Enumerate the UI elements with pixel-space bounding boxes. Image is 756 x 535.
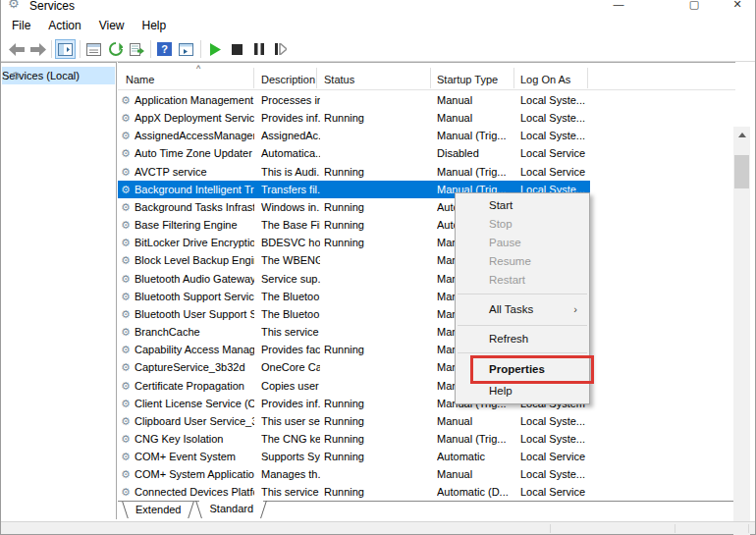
back-icon[interactable] bbox=[6, 39, 27, 59]
service-gear-icon: ⚙ bbox=[121, 198, 131, 216]
column-header-startup-type[interactable]: Startup Type bbox=[437, 74, 498, 85]
pause-service-icon[interactable] bbox=[248, 39, 269, 59]
cell-desc: Transfers fil... bbox=[261, 181, 320, 198]
table-row[interactable]: ⚙AssignedAccessManager Se...AssignedAc..… bbox=[118, 127, 735, 144]
cell-logon: Local Service bbox=[520, 144, 590, 162]
service-gear-icon: ⚙ bbox=[121, 91, 131, 109]
scrollbar-thumb[interactable] bbox=[734, 155, 749, 188]
cell-desc: The CNG ke... bbox=[261, 430, 320, 448]
scroll-up-icon[interactable] bbox=[733, 127, 750, 143]
service-gear-icon: ⚙ bbox=[121, 109, 131, 127]
table-row[interactable]: ⚙Block Level Backup Engine ...The WBENG.… bbox=[118, 251, 735, 269]
services-list-panel: ^ Name Description Status Startup Type L… bbox=[118, 62, 735, 519]
cell-name: Block Level Backup Engine ... bbox=[135, 251, 254, 269]
restart-service-icon[interactable] bbox=[270, 39, 291, 59]
context-menu-item-properties[interactable]: Properties bbox=[456, 357, 589, 382]
table-row[interactable]: ⚙COM+ Event SystemSupports Sy...RunningA… bbox=[118, 448, 735, 465]
context-menu-item-start[interactable]: Start bbox=[456, 196, 589, 215]
table-row[interactable]: ⚙Bluetooth Audio Gateway S...Service sup… bbox=[118, 270, 735, 288]
column-header-log-on-as[interactable]: Log On As bbox=[520, 74, 570, 85]
cell-desc: The Bluetoo... bbox=[261, 288, 320, 305]
show-console-tree-icon[interactable] bbox=[55, 39, 76, 59]
table-row[interactable]: ⚙AppX Deployment Service (...Provides in… bbox=[118, 109, 735, 127]
service-gear-icon: ⚙ bbox=[121, 270, 131, 288]
cell-desc: This user se... bbox=[261, 412, 320, 430]
maximize-button[interactable]: ▢ bbox=[679, 0, 709, 11]
properties-icon[interactable] bbox=[83, 39, 104, 59]
cell-stat: Running bbox=[324, 109, 378, 127]
show-action-pane-icon[interactable] bbox=[176, 39, 196, 59]
table-row[interactable]: ⚙Auto Time Zone UpdaterAutomatica...Disa… bbox=[118, 144, 735, 162]
cell-name: AppX Deployment Service (... bbox=[135, 109, 254, 127]
service-gear-icon: ⚙ bbox=[121, 288, 131, 305]
cell-logon: Local Syste... bbox=[520, 127, 590, 144]
context-menu-item-resume: Resume bbox=[456, 252, 589, 271]
context-menu-item-all-tasks[interactable]: All Tasks› bbox=[456, 298, 589, 321]
stop-service-icon[interactable] bbox=[227, 39, 247, 59]
help-icon[interactable]: ? bbox=[154, 39, 175, 59]
export-list-icon[interactable] bbox=[127, 39, 147, 59]
table-row[interactable]: ⚙BitLocker Drive Encryption ...BDESVC ho… bbox=[118, 234, 735, 251]
context-menu-item-refresh[interactable]: Refresh bbox=[456, 330, 589, 348]
table-row[interactable]: ⚙CNG Key IsolationThe CNG ke...RunningMa… bbox=[118, 430, 735, 448]
cell-name: Background Intelligent Tran... bbox=[135, 181, 254, 198]
cell-name: BranchCache bbox=[135, 323, 254, 341]
cell-desc: Provides inf... bbox=[261, 395, 320, 412]
cell-name: Bluetooth Audio Gateway S... bbox=[135, 270, 254, 288]
context-menu-item-restart: Restart bbox=[456, 271, 589, 290]
table-row[interactable]: ⚙Clipboard User Service_3b32dThis user s… bbox=[118, 412, 735, 430]
table-row[interactable]: ⚙BranchCacheThis service ...Manual bbox=[118, 323, 735, 341]
table-row[interactable]: ⚙Background Intelligent Tran...Transfers… bbox=[118, 181, 735, 198]
tab-standard[interactable]: Standard bbox=[199, 501, 263, 519]
table-row[interactable]: ⚙AVCTP serviceThis is Audi...RunningManu… bbox=[118, 163, 735, 181]
services-list: ⚙Application ManagementProcesses in...Ma… bbox=[118, 91, 735, 502]
cell-desc: The Base Fil... bbox=[261, 216, 320, 234]
menu-help[interactable]: Help bbox=[141, 17, 168, 34]
refresh-icon[interactable] bbox=[105, 39, 126, 59]
context-menu: StartStopPauseResumeRestartAll Tasks›Ref… bbox=[455, 192, 590, 404]
cell-stat bbox=[324, 377, 378, 395]
service-gear-icon: ⚙ bbox=[121, 251, 131, 269]
cell-stat bbox=[324, 181, 378, 198]
service-gear-icon: ⚙ bbox=[121, 341, 131, 358]
close-button[interactable]: ✕ bbox=[723, 0, 752, 11]
cell-name: Background Tasks Infrastru... bbox=[135, 198, 254, 216]
table-row[interactable]: ⚙Background Tasks Infrastru...Windows in… bbox=[118, 198, 735, 216]
table-row[interactable]: ⚙Certificate PropagationCopies user ...M… bbox=[118, 377, 735, 395]
context-menu-item-help[interactable]: Help bbox=[456, 382, 589, 401]
table-row[interactable]: ⚙COM+ System ApplicationManages th...Man… bbox=[118, 465, 735, 483]
cell-name: AssignedAccessManager Se... bbox=[135, 127, 254, 144]
tab-extended[interactable]: Extended bbox=[126, 502, 190, 519]
column-header-description[interactable]: Description bbox=[261, 74, 315, 85]
cell-name: Certificate Propagation bbox=[135, 377, 254, 395]
table-row[interactable]: ⚙Capability Access Manager ...Provides f… bbox=[118, 341, 735, 358]
cell-start: Manual (Trig... bbox=[437, 127, 513, 144]
table-row[interactable]: ⚙Connected Devices Platfor...This servic… bbox=[118, 483, 735, 501]
forward-icon[interactable] bbox=[27, 39, 48, 59]
menu-view[interactable]: View bbox=[98, 17, 126, 34]
submenu-arrow-icon: › bbox=[573, 298, 577, 321]
sort-ascending-icon: ^ bbox=[196, 64, 200, 74]
table-row[interactable]: ⚙Base Filtering EngineThe Base Fil...Run… bbox=[118, 216, 735, 234]
cell-logon: Local Syste... bbox=[520, 430, 590, 448]
menu-file[interactable]: File bbox=[11, 17, 31, 34]
column-header-status[interactable]: Status bbox=[324, 74, 354, 85]
cell-desc: This is Audi... bbox=[261, 163, 320, 181]
minimize-button[interactable]: — bbox=[604, 0, 633, 10]
list-header: ^ Name Description Status Startup Type L… bbox=[118, 65, 735, 90]
column-header-name[interactable]: Name bbox=[126, 74, 154, 85]
table-row[interactable]: ⚙Client License Service (ClipS...Provide… bbox=[118, 395, 735, 412]
sidebar-item-services-local[interactable]: ⚙ Services (Local) bbox=[2, 67, 115, 84]
start-service-icon[interactable] bbox=[205, 39, 226, 59]
cell-start: Manual bbox=[437, 91, 513, 109]
cell-stat bbox=[324, 127, 378, 144]
cell-stat: Running bbox=[324, 234, 378, 251]
table-row[interactable]: ⚙Bluetooth User Support Ser...The Blueto… bbox=[118, 305, 735, 323]
cell-start: Automatic (D... bbox=[437, 483, 513, 501]
table-row[interactable]: ⚙CaptureService_3b32dOneCore Ca...Manual bbox=[118, 358, 735, 376]
menu-action[interactable]: Action bbox=[47, 17, 81, 34]
service-gear-icon: ⚙ bbox=[121, 144, 131, 162]
table-row[interactable]: ⚙Bluetooth Support ServiceThe Bluetoo...… bbox=[118, 288, 735, 305]
vertical-scrollbar[interactable] bbox=[733, 127, 750, 535]
table-row[interactable]: ⚙Application ManagementProcesses in...Ma… bbox=[118, 91, 735, 109]
